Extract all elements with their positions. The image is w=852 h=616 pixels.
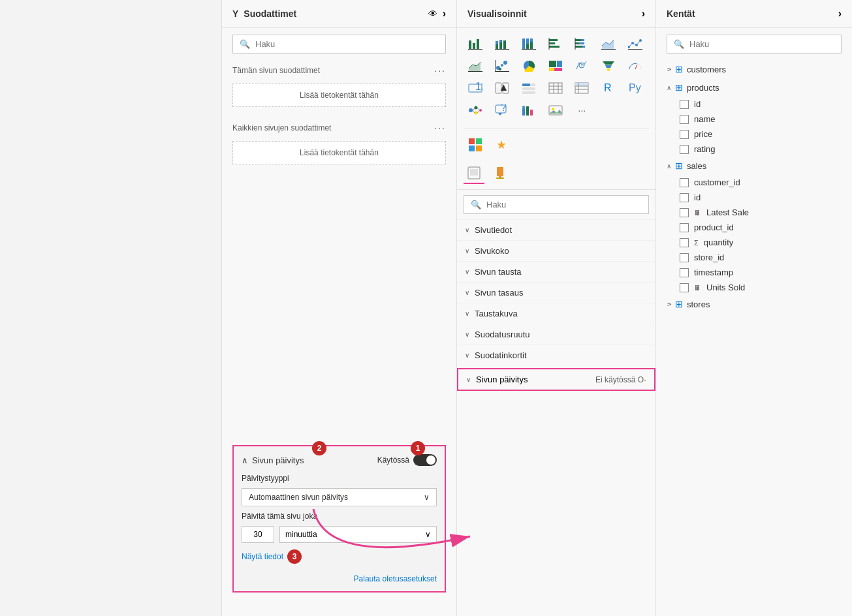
vis-icon-colorblocks[interactable]	[464, 134, 487, 155]
products-field-rating[interactable]: rating	[656, 142, 852, 157]
sales-store-id-checkbox[interactable]	[680, 253, 689, 262]
products-id-checkbox[interactable]	[680, 100, 689, 109]
sales-field-store-id[interactable]: store_id	[656, 250, 852, 265]
toggle-switch[interactable]: Käytössä	[377, 454, 437, 466]
sales-quantity-checkbox[interactable]	[680, 238, 689, 247]
svg-marker-91	[549, 110, 562, 114]
vis-icon-area[interactable]	[597, 33, 620, 54]
vis-search-box[interactable]: 🔍	[464, 195, 649, 214]
customers-header[interactable]: ∨ ⊞ customers	[656, 60, 852, 78]
products-field-name[interactable]: name	[656, 112, 852, 127]
vis-icon-decomp[interactable]	[464, 100, 487, 121]
suodattimet-search-input[interactable]	[255, 39, 439, 49]
stores-table-name: stores	[687, 300, 710, 309]
vis-icon-map[interactable]	[570, 55, 593, 76]
sivun-tasaus-item[interactable]: ∨ Sivun tasaus	[457, 282, 655, 303]
vis-icon-more[interactable]: ···	[570, 100, 593, 121]
vis-icon-stacked-bar[interactable]	[490, 33, 514, 54]
sivukoko-item[interactable]: ∨ Sivukoko	[457, 240, 655, 261]
products-name-checkbox[interactable]	[680, 115, 689, 124]
svg-line-78	[473, 108, 475, 110]
sales-field-product-id[interactable]: product_id	[656, 220, 852, 235]
vis-icon-star[interactable]: ★	[490, 134, 513, 155]
products-field-id[interactable]: id	[656, 97, 852, 112]
interval-row: minuuttia ∨	[242, 526, 437, 543]
kentat-search-input[interactable]	[689, 39, 834, 49]
reset-defaults-link[interactable]: Palauta oletusasetukset	[242, 574, 437, 583]
vis-icon-kpi[interactable]: ▲	[490, 78, 514, 99]
svg-rect-92	[469, 138, 475, 144]
sales-latest-sale-checkbox[interactable]	[680, 208, 689, 217]
interval-input[interactable]	[242, 526, 274, 543]
vis-icon-card[interactable]: 123	[464, 78, 487, 99]
products-header[interactable]: ∧ ⊞ products	[656, 78, 852, 97]
vis-icon-gauge[interactable]	[623, 55, 647, 76]
sales-product-id-checkbox[interactable]	[680, 223, 689, 232]
toggle-knob[interactable]	[413, 454, 437, 466]
products-rating-checkbox[interactable]	[680, 145, 689, 154]
products-price-checkbox[interactable]	[680, 130, 689, 139]
vis-icon-100pct-bar[interactable]	[517, 33, 541, 54]
page-filters-dots[interactable]: ···	[434, 65, 446, 76]
products-table-name: products	[687, 83, 719, 93]
taustakuva-item[interactable]: ∨ Taustakuva	[457, 303, 655, 324]
vis-icon-funnel[interactable]	[597, 55, 620, 76]
vis-icon-area2[interactable]	[464, 55, 487, 76]
sales-customer-id-checkbox[interactable]	[680, 178, 689, 187]
eye-icon[interactable]: 👁	[428, 8, 437, 19]
vis-icon-pie[interactable]	[517, 55, 541, 76]
chevron-right-icon[interactable]: ›	[443, 8, 446, 20]
svg-rect-62	[549, 83, 562, 93]
sales-field-latest-sale[interactable]: 🖩 Latest Sale	[656, 205, 852, 220]
vis-tab-paint[interactable]	[490, 163, 511, 184]
sivun-tausta-item[interactable]: ∨ Sivun tausta	[457, 261, 655, 282]
sales-field-timestamp[interactable]: timestamp	[656, 265, 852, 280]
suodatinkortit-item[interactable]: ∨ Suodatinkortit	[457, 345, 655, 365]
vis-icon-line[interactable]	[623, 33, 647, 54]
svg-rect-98	[497, 167, 503, 176]
vis-chevron-right-icon[interactable]: ›	[642, 8, 645, 20]
vis-icon-image[interactable]	[544, 100, 567, 121]
interval-unit-dropdown[interactable]: minuuttia ∨	[279, 526, 437, 543]
show-info-link[interactable]: Näytä tiedot 3	[242, 549, 302, 564]
kentat-search-icon: 🔍	[674, 39, 684, 49]
vis-icon-r[interactable]: R	[597, 78, 620, 99]
sales-header[interactable]: ∧ ⊞ sales	[656, 157, 852, 175]
vis-icon-matrix[interactable]	[570, 78, 593, 99]
suodattimet-title: Suodattimet	[244, 8, 296, 19]
vis-icon-scatter[interactable]	[490, 55, 514, 76]
sales-field-units-sold[interactable]: 🖩 Units Sold	[656, 280, 852, 295]
suodatusruutu-item[interactable]: ∨ Suodatusruutu	[457, 324, 655, 345]
sivun-tasaus-label: Sivun tasaus	[475, 288, 523, 298]
chevron-up-icon[interactable]: ∧	[242, 455, 248, 465]
all-pages-filters-drop[interactable]: Lisää tietokentät tähän	[232, 141, 446, 164]
vis-icon-treemap[interactable]	[544, 55, 567, 76]
suodattimet-search-box[interactable]: 🔍	[232, 35, 446, 54]
vis-icon-horiz-stacked[interactable]	[570, 33, 593, 54]
sales-field-id[interactable]: id	[656, 190, 852, 205]
sales-timestamp-checkbox[interactable]	[680, 268, 689, 277]
vis-icon-py[interactable]: Py	[623, 78, 647, 99]
vis-tab-format[interactable]	[464, 163, 484, 184]
sivun-paivitys-vis-item[interactable]: ∨ Sivun päivitys Ei käytössä O-	[457, 368, 655, 391]
sivutiedot-item[interactable]: ∨ Sivutiedot	[457, 219, 655, 240]
vis-icon-horiz-bar[interactable]	[544, 33, 567, 54]
sales-field-quantity[interactable]: Σ quantity	[656, 235, 852, 250]
kentat-chevron-right-icon[interactable]: ›	[838, 8, 842, 20]
kentat-search-box[interactable]: 🔍	[667, 35, 842, 54]
vis-icon-qa[interactable]: ?	[490, 100, 514, 121]
sales-id-checkbox[interactable]	[680, 193, 689, 202]
page-filters-drop[interactable]: Lisää tietokentät tähän	[232, 84, 446, 107]
sales-field-customer-id[interactable]: customer_id	[656, 175, 852, 190]
vis-icon-bar[interactable]	[464, 33, 487, 54]
products-field-price[interactable]: price	[656, 127, 852, 142]
vis-icon-infographic[interactable]	[517, 100, 541, 121]
all-pages-filters-dots[interactable]: ···	[434, 123, 446, 133]
vis-icon-table[interactable]	[544, 78, 567, 99]
stores-header[interactable]: ∨ ⊞ stores	[656, 295, 852, 313]
sales-units-sold-checkbox[interactable]	[680, 283, 689, 292]
update-type-dropdown[interactable]: Automaattinen sivun päivitys ∨	[242, 488, 437, 506]
vis-icon-slicer[interactable]	[517, 78, 541, 99]
vis-search-input[interactable]	[486, 200, 642, 209]
svg-rect-24	[575, 46, 582, 48]
